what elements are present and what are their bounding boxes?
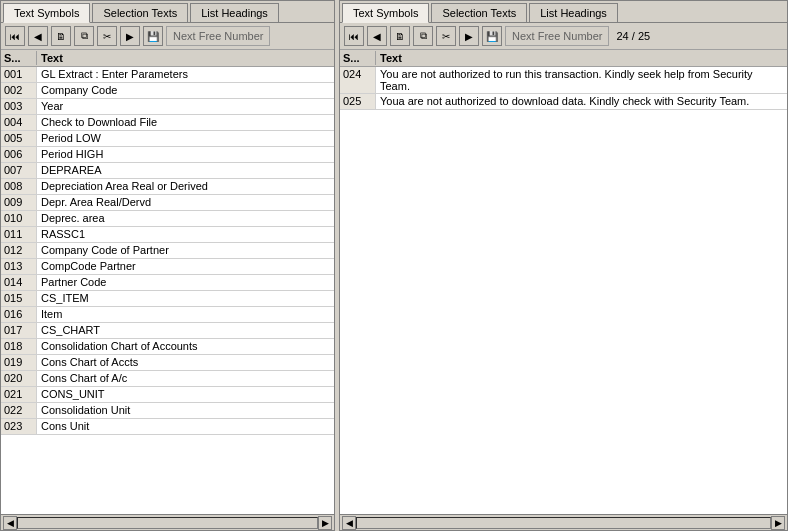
- right-row-text: You are not authorized to run this trans…: [376, 67, 787, 93]
- left-table-row[interactable]: 001 GL Extract : Enter Parameters: [1, 67, 334, 83]
- right-prev-button[interactable]: ◀: [367, 26, 387, 46]
- left-row-s: 015: [1, 291, 37, 306]
- right-table-row[interactable]: 024 You are not authorized to run this t…: [340, 67, 787, 94]
- right-tab-list-headings[interactable]: List Headings: [529, 3, 618, 22]
- left-table-row[interactable]: 007 DEPRAREA: [1, 163, 334, 179]
- left-row-s: 018: [1, 339, 37, 354]
- left-first-button[interactable]: ⏮: [5, 26, 25, 46]
- left-table-row[interactable]: 016 Item: [1, 307, 334, 323]
- left-table-row[interactable]: 018 Consolidation Chart of Accounts: [1, 339, 334, 355]
- left-row-s: 003: [1, 99, 37, 114]
- left-row-text: Depr. Area Real/Dervd: [37, 195, 334, 210]
- left-row-text: CS_ITEM: [37, 291, 334, 306]
- left-table-row[interactable]: 019 Cons Chart of Accts: [1, 355, 334, 371]
- left-row-s: 002: [1, 83, 37, 98]
- right-tab-selection-texts[interactable]: Selection Texts: [431, 3, 527, 22]
- right-row-s: 025: [340, 94, 376, 109]
- right-col-s-header: S...: [340, 51, 376, 65]
- left-table-row[interactable]: 005 Period LOW: [1, 131, 334, 147]
- left-copy-button[interactable]: ⧉: [74, 26, 94, 46]
- left-row-s: 017: [1, 323, 37, 338]
- right-tab-bar: Text Symbols Selection Texts List Headin…: [340, 1, 787, 23]
- left-scroll-left[interactable]: ◀: [3, 516, 17, 530]
- right-col-text-header: Text: [376, 51, 787, 65]
- left-row-text: Period HIGH: [37, 147, 334, 162]
- right-page-count: 24 / 25: [612, 30, 654, 42]
- left-row-text: RASSC1: [37, 227, 334, 242]
- left-table-row[interactable]: 021 CONS_UNIT: [1, 387, 334, 403]
- left-table-row[interactable]: 010 Deprec. area: [1, 211, 334, 227]
- left-row-text: Depreciation Area Real or Derived: [37, 179, 334, 194]
- left-tab-list-headings[interactable]: List Headings: [190, 3, 279, 22]
- left-table-row[interactable]: 008 Depreciation Area Real or Derived: [1, 179, 334, 195]
- left-row-text: GL Extract : Enter Parameters: [37, 67, 334, 82]
- left-row-s: 014: [1, 275, 37, 290]
- right-row-text: Youa are not authorized to download data…: [376, 94, 787, 109]
- left-table-row[interactable]: 015 CS_ITEM: [1, 291, 334, 307]
- left-next-button[interactable]: ▶: [120, 26, 140, 46]
- right-copy-button[interactable]: ⧉: [413, 26, 433, 46]
- right-table-row[interactable]: 025 Youa are not authorized to download …: [340, 94, 787, 110]
- left-insert-button[interactable]: 🗎: [51, 26, 71, 46]
- left-panel: Text Symbols Selection Texts List Headin…: [0, 0, 335, 531]
- left-tab-text-symbols[interactable]: Text Symbols: [3, 3, 90, 23]
- left-table-row[interactable]: 011 RASSC1: [1, 227, 334, 243]
- left-row-text: Partner Code: [37, 275, 334, 290]
- left-row-s: 007: [1, 163, 37, 178]
- right-scroll-right[interactable]: ▶: [771, 516, 785, 530]
- right-next-button[interactable]: ▶: [459, 26, 479, 46]
- left-table-row[interactable]: 006 Period HIGH: [1, 147, 334, 163]
- left-table-row[interactable]: 013 CompCode Partner: [1, 259, 334, 275]
- left-scroll-right[interactable]: ▶: [318, 516, 332, 530]
- left-table-body[interactable]: 001 GL Extract : Enter Parameters 002 Co…: [1, 67, 334, 514]
- right-insert-button[interactable]: 🗎: [390, 26, 410, 46]
- left-table-row[interactable]: 014 Partner Code: [1, 275, 334, 291]
- left-horizontal-scrollbar[interactable]: [17, 517, 318, 529]
- left-table-row[interactable]: 009 Depr. Area Real/Dervd: [1, 195, 334, 211]
- right-first-button[interactable]: ⏮: [344, 26, 364, 46]
- left-col-s-header: S...: [1, 51, 37, 65]
- left-table-row[interactable]: 002 Company Code: [1, 83, 334, 99]
- left-table-row[interactable]: 004 Check to Download File: [1, 115, 334, 131]
- left-row-s: 005: [1, 131, 37, 146]
- right-tab-text-symbols[interactable]: Text Symbols: [342, 3, 429, 23]
- left-row-text: Consolidation Unit: [37, 403, 334, 418]
- left-row-s: 021: [1, 387, 37, 402]
- left-table-row[interactable]: 023 Cons Unit: [1, 419, 334, 435]
- left-delete-button[interactable]: ✂: [97, 26, 117, 46]
- left-tab-selection-texts[interactable]: Selection Texts: [92, 3, 188, 22]
- left-scrollbar-row: ◀ ▶: [1, 514, 334, 530]
- left-row-text: Item: [37, 307, 334, 322]
- left-row-text: DEPRAREA: [37, 163, 334, 178]
- left-row-text: Cons Chart of Accts: [37, 355, 334, 370]
- left-toolbar: ⏮ ◀ 🗎 ⧉ ✂ ▶ 💾 Next Free Number: [1, 23, 334, 50]
- left-table-row[interactable]: 022 Consolidation Unit: [1, 403, 334, 419]
- right-save-button[interactable]: 💾: [482, 26, 502, 46]
- left-row-text: Cons Unit: [37, 419, 334, 434]
- left-row-text: Company Code of Partner: [37, 243, 334, 258]
- left-table-row[interactable]: 003 Year: [1, 99, 334, 115]
- left-row-s: 019: [1, 355, 37, 370]
- left-row-s: 016: [1, 307, 37, 322]
- left-table-row[interactable]: 012 Company Code of Partner: [1, 243, 334, 259]
- left-row-s: 008: [1, 179, 37, 194]
- left-row-s: 009: [1, 195, 37, 210]
- right-horizontal-scrollbar[interactable]: [356, 517, 771, 529]
- right-next-free-number-label: Next Free Number: [505, 26, 609, 46]
- left-row-s: 022: [1, 403, 37, 418]
- left-col-text-header: Text: [37, 51, 334, 65]
- right-table-body[interactable]: 024 You are not authorized to run this t…: [340, 67, 787, 514]
- right-delete-button[interactable]: ✂: [436, 26, 456, 46]
- left-table-row[interactable]: 017 CS_CHART: [1, 323, 334, 339]
- left-table-header: S... Text: [1, 50, 334, 67]
- left-save-button[interactable]: 💾: [143, 26, 163, 46]
- left-row-s: 011: [1, 227, 37, 242]
- right-scroll-left[interactable]: ◀: [342, 516, 356, 530]
- left-prev-button[interactable]: ◀: [28, 26, 48, 46]
- left-row-text: Deprec. area: [37, 211, 334, 226]
- left-table-row[interactable]: 020 Cons Chart of A/c: [1, 371, 334, 387]
- left-row-text: CS_CHART: [37, 323, 334, 338]
- left-row-s: 006: [1, 147, 37, 162]
- left-row-text: Check to Download File: [37, 115, 334, 130]
- left-row-s: 004: [1, 115, 37, 130]
